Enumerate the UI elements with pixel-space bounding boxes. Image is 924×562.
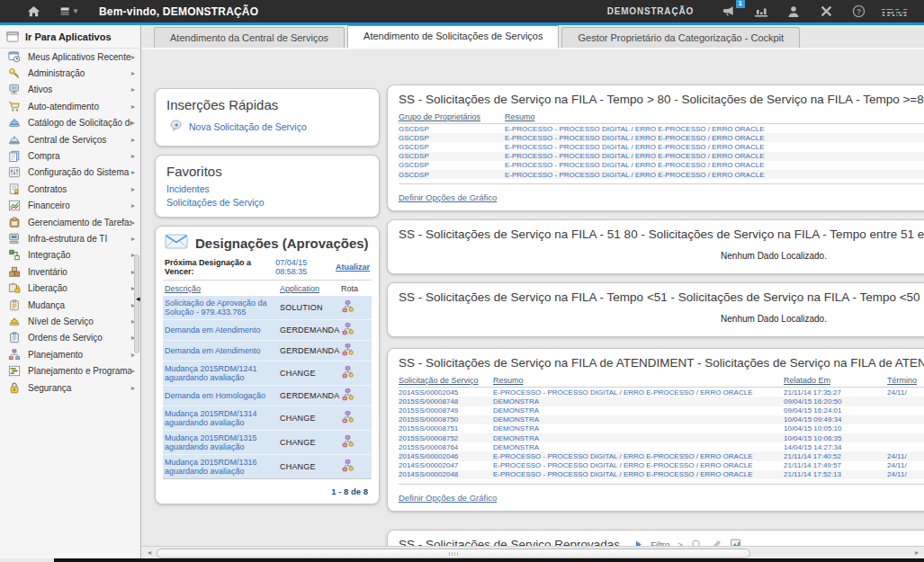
help-icon[interactable]: ? [848, 3, 868, 21]
sidebar-item-financeiro[interactable]: Financeiro▸ [0, 198, 140, 214]
sidebar-item-infra-estrutura-de-ti[interactable]: Infra-estrutura de TI▸ [0, 230, 140, 246]
route-icon[interactable] [339, 296, 372, 320]
sidebar-item-integracao[interactable]: Integração▸ [0, 247, 140, 263]
scroll-left-arrow[interactable]: ◂ [144, 548, 155, 558]
assignments-column-descricao[interactable]: Descrição [163, 281, 278, 296]
route-icon[interactable] [339, 431, 372, 455]
assignment-description[interactable]: Mudança 2015RDM/1314 aguardando avaliaçã… [163, 406, 278, 431]
cell-solicitacao-de-servico[interactable]: 2014SS/00002046 [399, 451, 493, 460]
service-level-icon [7, 315, 22, 327]
sidebar-item-compra[interactable]: Compra▸ [0, 147, 140, 164]
cell-termino [887, 415, 924, 424]
sidebar-item-contratos[interactable]: Contratos▸ [0, 181, 140, 197]
route-icon[interactable] [339, 386, 372, 406]
cell-grupo-de-proprietarios[interactable]: GSCDSP [399, 133, 505, 142]
sidebar-header[interactable]: Ir Para Aplicativos [0, 25, 140, 49]
home-icon[interactable] [23, 3, 43, 21]
cell-solicitacao-de-servico[interactable]: 2014SS/00002045 [399, 388, 493, 397]
sidebar-item-administracao[interactable]: Administração▸ [0, 65, 140, 81]
cell-solicitacao-de-servico[interactable]: 2015SS/00008764 [399, 442, 493, 451]
assignment-description[interactable]: Mudança 2015RDM/1315 aguardando avaliaçã… [163, 431, 278, 455]
column-header-resumo[interactable]: Resumo [493, 374, 784, 388]
sidebar-item-planejamento[interactable]: Planejamento▸ [0, 346, 140, 362]
cell-grupo-de-proprietarios[interactable]: GSCDSP [399, 161, 505, 170]
sidebar-item-ordens-de-servico[interactable]: Ordens de Serviço▸ [0, 330, 140, 346]
assignment-description[interactable]: Demanda em Atendimento [163, 320, 278, 341]
sidebar-item-catalogo-de-solicitacao-de-servico[interactable]: Catálogo de Solicitação de Serviço▸ [0, 115, 140, 131]
megaphone-icon[interactable]: 1 [719, 3, 739, 21]
assignments-column-application[interactable]: Application [278, 281, 339, 296]
sidebar-item-configuracao-do-sistema[interactable]: Configuração do Sistema▸ [0, 165, 140, 181]
chart-options-link[interactable]: Definir Opções de Gráfico [399, 192, 497, 202]
bar-chart-icon[interactable] [751, 3, 771, 21]
sidebar-item-inventario[interactable]: Inventário▸ [0, 263, 140, 280]
cell-solicitacao-de-servico[interactable]: 2014SS/00002047 [399, 461, 493, 470]
cell-solicitacao-de-servico[interactable]: 2015SS/00008752 [399, 433, 493, 442]
cell-termino: 24/11/ [887, 470, 924, 479]
sidebar-item-meus-aplicativos-recentes[interactable]: Meus Aplicativos Recentes▸ [0, 49, 140, 65]
column-header-termino[interactable]: Término [887, 374, 924, 388]
tab-atendimento-de-solicitacoes-de-servicos[interactable]: Atendimento de Solicitações de Serviços [347, 25, 559, 48]
sidebar-item-central-de-servicos[interactable]: Central de Serviços▸ [0, 131, 140, 147]
tab-gestor-proprietario-da-categorizacao-cockpit[interactable]: Gestor Proprietário da Categorização - C… [561, 27, 800, 48]
sidebar-item-auto-atendimento[interactable]: Auto-atendimento▸ [0, 98, 140, 114]
cell-solicitacao-de-servico[interactable]: 2015SS/00008751 [399, 424, 493, 433]
cell-grupo-de-proprietarios[interactable]: GSCDSP [399, 170, 505, 179]
table-row: 2015SS/00008764DEMONSTRA14/04/15 14:27:3… [399, 442, 924, 451]
scrollbar-thumb[interactable] [157, 549, 750, 558]
sidebar-item-liberacao[interactable]: Liberação▸ [0, 280, 140, 296]
applications-icon [5, 31, 20, 43]
table-row: 2014SS/00002046E-PROCESSO - PROCESSO DIG… [399, 451, 924, 460]
run-report-icon[interactable] [730, 539, 741, 546]
sidebar-item-planejamento-e-programacao[interactable]: Planejamento e Programação▸ [0, 362, 140, 379]
cell-termino [887, 397, 924, 406]
column-header-relatado-em[interactable]: Relatado Em [784, 374, 887, 388]
sidebar-item-ativos[interactable]: Ativos▸ [0, 82, 140, 98]
favorite-link-incidentes[interactable]: Incidentes [166, 183, 368, 194]
assignment-description[interactable]: Mudança 2015RDM/1241 aguardando avaliaçã… [163, 361, 278, 386]
ibm-logo[interactable]: IBM [881, 5, 911, 18]
cell-grupo-de-proprietarios[interactable]: GSCDSP [399, 152, 505, 161]
sidebar-item-mudanca[interactable]: Mudança▸ [0, 297, 140, 313]
windows-menu-icon[interactable]: ▼ [59, 3, 79, 21]
quick-insert-panel: Inserções Rápidas Nova Solicitação de Se… [155, 88, 380, 147]
cell-solicitacao-de-servico[interactable]: 2015SS/00008749 [399, 406, 493, 415]
route-icon[interactable] [339, 361, 372, 386]
sidebar-item-label: Integração [28, 250, 131, 260]
route-icon[interactable] [339, 455, 372, 479]
assignment-description[interactable]: Solicitação de Aprovação da Solução - 97… [163, 296, 278, 320]
cell-solicitacao-de-servico[interactable]: 2015SS/00008750 [399, 415, 493, 424]
assignment-description[interactable]: Demanda em Atendimento [163, 341, 278, 361]
column-header-solicitacao-de-servico[interactable]: Solicitação de Serviço [399, 374, 493, 388]
refresh-link[interactable]: Atualizar [336, 263, 370, 272]
cell-grupo-de-proprietarios[interactable]: GSCDSP [399, 142, 505, 151]
tab-atendimento-da-central-de-servicos[interactable]: Atendimento da Central de Serviços [154, 27, 345, 48]
close-icon[interactable] [816, 3, 836, 21]
person-icon[interactable] [784, 3, 803, 21]
filter-link[interactable]: Filtro [650, 540, 669, 546]
favorite-link-solicitacoes-de-servico[interactable]: Solicitações de Serviço [166, 197, 368, 208]
cell-solicitacao-de-servico[interactable]: 2015SS/00008748 [399, 397, 493, 406]
sidebar-collapse-handle[interactable]: ◂ [136, 292, 142, 305]
assignment-description[interactable]: Demanda em Homologação [163, 386, 278, 406]
sidebar-item-gerenciamento-de-tarefas[interactable]: Gerenciamento de Tarefas▸ [0, 214, 140, 230]
it-infra-icon [7, 232, 22, 245]
new-service-request-link[interactable]: Nova Solicitação de Serviço [189, 121, 307, 132]
assignment-description[interactable]: Mudança 2015RDM/1316 aguardando avaliaçã… [163, 455, 278, 479]
cell-solicitacao-de-servico[interactable]: 2014SS/00002048 [399, 470, 493, 479]
cell-grupo-de-proprietarios[interactable]: GSCDSP [399, 124, 505, 134]
column-header-resumo[interactable]: Resumo [505, 111, 924, 124]
table-row: 2014SS/00002047E-PROCESSO - PROCESSO DIG… [399, 461, 924, 470]
favorites-title: Favoritos [166, 164, 368, 179]
edit-pencil-icon[interactable] [711, 540, 722, 547]
route-icon[interactable] [339, 320, 372, 341]
sidebar-item-label: Gerenciamento de Tarefas [28, 218, 131, 227]
route-icon[interactable] [339, 341, 372, 361]
sidebar-item-nivel-de-servico[interactable]: Nível de Serviço▸ [0, 313, 140, 329]
sidebar-item-seguranca[interactable]: Segurança▸ [0, 379, 140, 396]
search-icon[interactable] [691, 539, 703, 546]
scroll-right-arrow[interactable]: ▸ [911, 548, 922, 558]
route-icon[interactable] [339, 406, 372, 431]
chart-options-link[interactable]: Definir Opções de Gráfico [399, 493, 497, 503]
column-header-grupo-de-proprietarios[interactable]: Grupo de Proprietários [399, 111, 505, 124]
